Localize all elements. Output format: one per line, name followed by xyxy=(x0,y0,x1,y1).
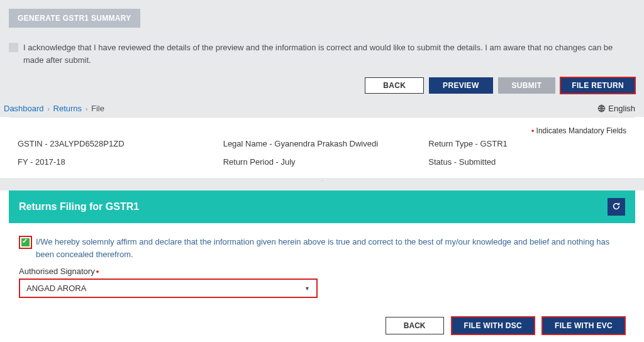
breadcrumb-separator: › xyxy=(86,105,88,113)
breadcrumb-current: File xyxy=(91,104,104,113)
breadcrumb-dashboard-link[interactable]: Dashboard xyxy=(4,104,44,113)
legal-name-value: Legal Name - Gyanendra Prakash Dwivedi xyxy=(223,139,421,148)
gstin-value: GSTIN - 23ALYPD6528P1ZD xyxy=(18,139,216,148)
authorised-signatory-select[interactable]: ANGAD ARORA ▼ xyxy=(19,279,318,298)
refresh-icon xyxy=(612,202,621,212)
submit-button: SUBMIT xyxy=(498,77,556,94)
preview-button[interactable]: PREVIEW xyxy=(429,77,492,94)
breadcrumb: Dashboard › Returns › File xyxy=(4,104,104,113)
mandatory-fields-note: • Indicates Mandatory Fields xyxy=(18,126,626,135)
return-type-value: Return Type - GSTR1 xyxy=(428,139,626,148)
back-button[interactable]: BACK xyxy=(365,77,424,94)
mandatory-star-icon: • xyxy=(531,126,534,135)
globe-icon xyxy=(597,104,606,113)
acknowledge-checkbox[interactable] xyxy=(9,43,18,52)
authorised-signatory-label: Authorised Signatory• xyxy=(19,267,625,276)
file-with-evc-button[interactable]: FILE WITH EVC xyxy=(542,317,625,334)
acknowledge-text: I acknowledge that I have reviewed the d… xyxy=(23,41,635,66)
authorised-signatory-value: ANGAD ARORA xyxy=(26,284,86,293)
refresh-button[interactable] xyxy=(608,198,625,216)
file-with-dsc-button[interactable]: FILE WITH DSC xyxy=(452,317,535,334)
return-period-value: Return Period - July xyxy=(223,157,421,167)
check-icon xyxy=(21,238,30,246)
mandatory-star-icon: • xyxy=(96,267,99,276)
chevron-down-icon: ▼ xyxy=(304,285,310,292)
fy-value: FY - 2017-18 xyxy=(18,157,216,167)
status-value: Status - Submitted xyxy=(428,157,626,167)
file-return-button[interactable]: FILE RETURN xyxy=(560,77,635,94)
affirm-checkbox[interactable] xyxy=(19,236,32,249)
back-button-form[interactable]: BACK xyxy=(386,317,444,334)
language-selector[interactable]: English xyxy=(597,104,635,113)
affirm-declaration-text: I/We hereby solemnly affirm and declare … xyxy=(36,236,625,260)
returns-filing-title: Returns Filing for GSTR1 xyxy=(19,201,139,212)
breadcrumb-returns-link[interactable]: Returns xyxy=(53,104,82,113)
generate-gstr1-summary-button[interactable]: GENERATE GSTR1 SUMMARY xyxy=(9,9,140,28)
breadcrumb-separator: › xyxy=(47,105,50,113)
language-label: English xyxy=(608,104,635,113)
